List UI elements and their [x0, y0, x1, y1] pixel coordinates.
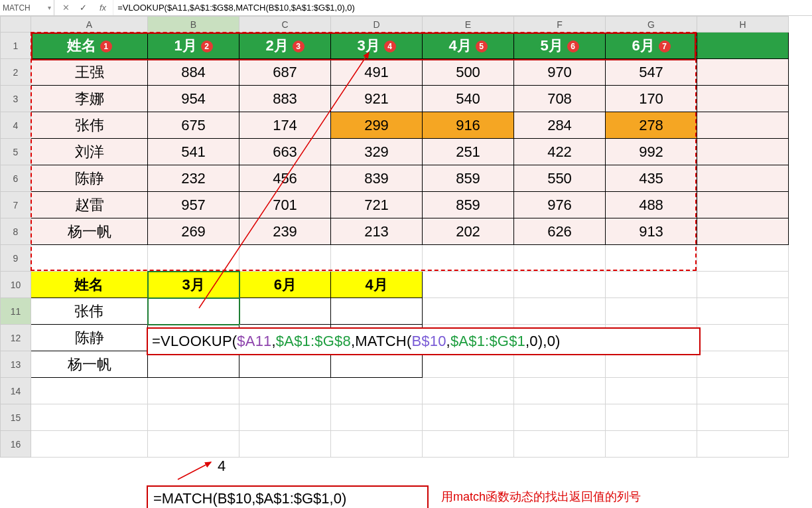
cell-B1[interactable]: 1月2: [148, 33, 239, 59]
cell-A2[interactable]: 王强: [31, 59, 148, 86]
cell-H15[interactable]: [697, 404, 789, 431]
fx-icon[interactable]: fx: [100, 3, 106, 13]
cell-A16[interactable]: [31, 431, 148, 458]
cell-G11[interactable]: [606, 298, 697, 325]
cell-C1[interactable]: 2月3: [239, 33, 331, 59]
cell-H11[interactable]: [697, 298, 789, 325]
cell-A9[interactable]: [31, 245, 148, 272]
cell-G15[interactable]: [606, 404, 697, 431]
cell-D1[interactable]: 3月4: [331, 33, 423, 59]
cell-B4[interactable]: 675: [148, 112, 239, 139]
cell-G16[interactable]: [606, 431, 697, 458]
cell-C9[interactable]: [239, 245, 331, 272]
cell-E3[interactable]: 540: [423, 86, 514, 112]
row-header-3[interactable]: 3: [1, 86, 31, 112]
cell-G8[interactable]: 913: [606, 218, 697, 245]
cell-H8[interactable]: [697, 218, 789, 245]
name-box[interactable]: MATCH ▾: [0, 0, 54, 15]
cell-C5[interactable]: 663: [239, 139, 331, 165]
cell-H7[interactable]: [697, 192, 789, 218]
cell-D11[interactable]: [331, 298, 423, 325]
cell-G1[interactable]: 6月7: [606, 33, 697, 59]
cell-A8[interactable]: 杨一帆: [31, 218, 148, 245]
cell-B5[interactable]: 541: [148, 139, 239, 165]
cell-H5[interactable]: [697, 139, 789, 165]
cell-E4[interactable]: 916: [423, 112, 514, 139]
cell-C8[interactable]: 239: [239, 218, 331, 245]
cell-C14[interactable]: [239, 378, 331, 404]
cell-F9[interactable]: [514, 245, 606, 272]
cell-A7[interactable]: 赵雷: [31, 192, 148, 218]
cell-F11[interactable]: [514, 298, 606, 325]
cell-C11[interactable]: [239, 298, 331, 325]
cell-B14[interactable]: [148, 378, 239, 404]
cell-C2[interactable]: 687: [239, 59, 331, 86]
cell-C3[interactable]: 883: [239, 86, 331, 112]
cell-F2[interactable]: 970: [514, 59, 606, 86]
cell-F15[interactable]: [514, 404, 606, 431]
cell-H6[interactable]: [697, 165, 789, 192]
cell-B10[interactable]: 3月: [148, 272, 239, 298]
col-header-F[interactable]: F: [514, 17, 606, 33]
cell-G2[interactable]: 547: [606, 59, 697, 86]
enter-icon[interactable]: ✓: [78, 3, 88, 13]
cell-E15[interactable]: [423, 404, 514, 431]
cell-H9[interactable]: [697, 245, 789, 272]
row-header-9[interactable]: 9: [1, 245, 31, 272]
spreadsheet-grid[interactable]: ABCDEFGH1姓名11月22月33月44月55月66月72王强8846874…: [0, 16, 812, 458]
cell-F8[interactable]: 626: [514, 218, 606, 245]
row-header-12[interactable]: 12: [1, 325, 31, 351]
cell-C10[interactable]: 6月: [239, 272, 331, 298]
row-header-1[interactable]: 1: [1, 33, 31, 59]
cell-H13[interactable]: [697, 351, 789, 378]
row-header-13[interactable]: 13: [1, 351, 31, 378]
cell-G6[interactable]: 435: [606, 165, 697, 192]
cell-G4[interactable]: 278: [606, 112, 697, 139]
col-header-A[interactable]: A: [31, 17, 148, 33]
cell-E7[interactable]: 859: [423, 192, 514, 218]
cell-F6[interactable]: 550: [514, 165, 606, 192]
col-header-C[interactable]: C: [239, 17, 331, 33]
cell-A6[interactable]: 陈静: [31, 165, 148, 192]
cell-B2[interactable]: 884: [148, 59, 239, 86]
cell-F14[interactable]: [514, 378, 606, 404]
cell-G5[interactable]: 992: [606, 139, 697, 165]
row-header-4[interactable]: 4: [1, 112, 31, 139]
cell-F1[interactable]: 5月6: [514, 33, 606, 59]
cell-A15[interactable]: [31, 404, 148, 431]
cell-C6[interactable]: 456: [239, 165, 331, 192]
cell-D10[interactable]: 4月: [331, 272, 423, 298]
cell-F10[interactable]: [514, 272, 606, 298]
cell-G14[interactable]: [606, 378, 697, 404]
cell-H2[interactable]: [697, 59, 789, 86]
cell-F5[interactable]: 422: [514, 139, 606, 165]
cell-D4[interactable]: 299: [331, 112, 423, 139]
cell-A10[interactable]: 姓名: [31, 272, 148, 298]
cell-H10[interactable]: [697, 272, 789, 298]
row-header-14[interactable]: 14: [1, 378, 31, 404]
row-header-2[interactable]: 2: [1, 59, 31, 86]
cell-D3[interactable]: 921: [331, 86, 423, 112]
cell-A1[interactable]: 姓名1: [31, 33, 148, 59]
cell-H4[interactable]: [697, 112, 789, 139]
cell-A3[interactable]: 李娜: [31, 86, 148, 112]
cell-B9[interactable]: [148, 245, 239, 272]
cell-D2[interactable]: 491: [331, 59, 423, 86]
cell-E2[interactable]: 500: [423, 59, 514, 86]
name-box-dropdown-icon[interactable]: ▾: [48, 4, 51, 11]
cell-G10[interactable]: [606, 272, 697, 298]
col-header-D[interactable]: D: [331, 17, 423, 33]
cell-D14[interactable]: [331, 378, 423, 404]
cell-D5[interactable]: 329: [331, 139, 423, 165]
formula-bar-input[interactable]: =VLOOKUP($A11,$A$1:$G$8,MATCH(B$10,$A$1:…: [113, 0, 812, 15]
cell-C15[interactable]: [239, 404, 331, 431]
cell-G9[interactable]: [606, 245, 697, 272]
cell-B16[interactable]: [148, 431, 239, 458]
cell-A4[interactable]: 张伟: [31, 112, 148, 139]
cell-D15[interactable]: [331, 404, 423, 431]
row-header-10[interactable]: 10: [1, 272, 31, 298]
cell-E14[interactable]: [423, 378, 514, 404]
cell-D8[interactable]: 213: [331, 218, 423, 245]
row-header-16[interactable]: 16: [1, 431, 31, 458]
cell-E11[interactable]: [423, 298, 514, 325]
